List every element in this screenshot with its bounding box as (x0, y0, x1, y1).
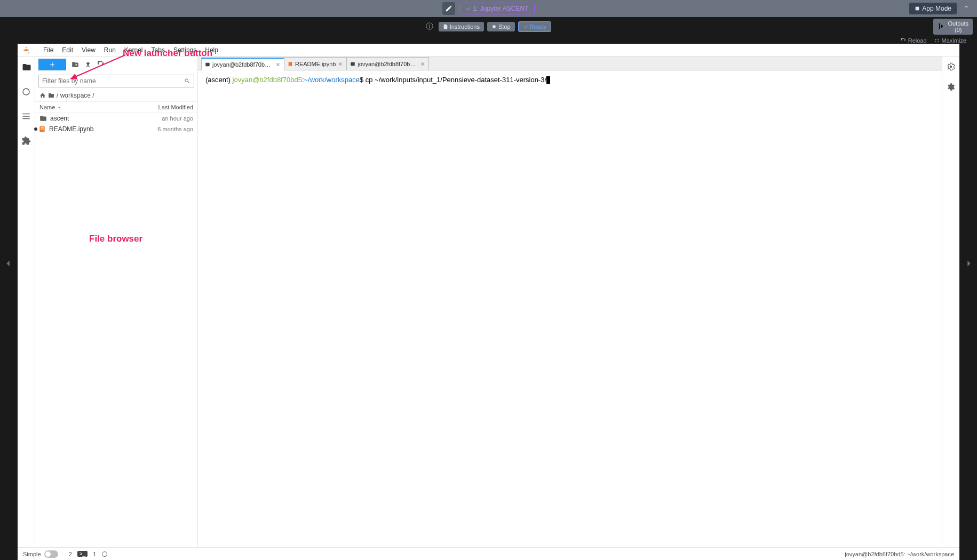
cursor-icon (546, 76, 550, 84)
jupyter-logo-icon[interactable] (21, 45, 31, 55)
menu-edit[interactable]: Edit (58, 46, 77, 54)
menu-file[interactable]: File (39, 46, 58, 54)
svg-point-2 (26, 46, 27, 47)
status-count-2[interactable]: 1 (93, 551, 96, 557)
term-user: jovyan@b2fdb8f70bd5 (233, 76, 302, 84)
control-bar: ⓘ Instructions Stop Ready Outputs (0) (0, 17, 977, 36)
property-inspector-icon[interactable] (946, 62, 956, 71)
menu-settings[interactable]: Settings (169, 46, 201, 54)
filter-input-wrap[interactable] (38, 75, 194, 87)
menu-tabs[interactable]: Tabs (147, 46, 169, 54)
file-modified: an hour ago (140, 115, 193, 122)
nav-prev-arrow-icon[interactable] (2, 256, 14, 273)
terminal[interactable]: (ascent) jovyan@b2fdb8f70bd5:~/work/work… (198, 70, 942, 547)
breadcrumb-path[interactable]: / workspace / (57, 92, 94, 99)
menu-run[interactable]: Run (100, 46, 120, 54)
doc-tab-terminal-1[interactable]: jovyan@b2fdb8f70bd5: ~/wo (201, 58, 284, 70)
doc-tab-notebook[interactable]: README.ipynb (284, 57, 346, 70)
stop-button[interactable]: Stop (487, 22, 515, 31)
filebrowser-toolbar (35, 57, 197, 73)
puzzle-icon (21, 136, 31, 146)
document-tabs: jovyan@b2fdb8f70bd5: ~/wo README.ipynb j… (198, 57, 942, 70)
chevron-up-icon[interactable]: ⌃ (960, 4, 973, 13)
term-command: cp ~/work/inputs/input_1/Pennsieve-datas… (366, 76, 546, 84)
menu-help[interactable]: Help (201, 46, 223, 54)
svg-point-3 (28, 52, 29, 53)
terminal-badge-icon[interactable]: >_ (77, 551, 88, 557)
folder-icon (39, 115, 47, 122)
status-circle-icon[interactable] (101, 551, 108, 557)
check-icon (465, 6, 471, 11)
folder-icon (22, 62, 31, 72)
refresh-icon[interactable] (97, 61, 105, 68)
main-panel: jovyan@b2fdb8f70bd5: ~/wo README.ipynb j… (198, 57, 942, 547)
tab-label: README.ipynb (295, 61, 336, 67)
outputs-label: Outputs (0) (948, 20, 968, 33)
svg-point-4 (23, 89, 29, 95)
activity-filebrowser[interactable] (18, 60, 35, 75)
nav-next-arrow-icon[interactable] (963, 256, 975, 273)
maximize-button[interactable]: Maximize (934, 37, 966, 44)
simple-label: Simple (23, 551, 41, 557)
notebook-icon (288, 61, 293, 67)
new-folder-icon[interactable] (72, 61, 79, 68)
ready-button[interactable]: Ready (518, 21, 552, 32)
app-mode-button[interactable]: App Mode (909, 3, 957, 14)
reload-icon (901, 38, 906, 43)
running-indicator-icon (34, 127, 37, 131)
export-icon (938, 22, 947, 31)
file-list-header: Name Last Modified (35, 101, 197, 113)
close-icon[interactable] (420, 61, 425, 67)
svg-rect-1 (493, 25, 495, 28)
search-icon (184, 78, 190, 84)
status-path[interactable]: jovyan@b2fdb8f70bd5: ~/work/workspace (845, 551, 954, 557)
simple-mode-toggle[interactable]: Simple (23, 550, 58, 558)
edit-button[interactable] (442, 2, 455, 15)
maximize-label: Maximize (942, 37, 966, 44)
file-name: ascent (50, 115, 140, 122)
file-browser: / workspace / Name Last Modified ascent … (35, 57, 198, 547)
top-title-bar: 1: Jupyter ASCENT App Mode ⌃ (0, 0, 977, 17)
file-row-folder[interactable]: ascent an hour ago (35, 113, 197, 124)
file-name: README.ipynb (49, 125, 140, 133)
svg-rect-0 (916, 7, 919, 11)
outputs-button[interactable]: Outputs (0) (933, 19, 973, 35)
circle-icon (21, 87, 31, 97)
menu-view[interactable]: View (77, 46, 100, 54)
status-bar: Simple 2 >_ 1 jovyan@b2fdb8f70bd5: ~/wor… (18, 547, 959, 560)
upload-icon[interactable] (84, 61, 92, 68)
close-icon[interactable] (338, 61, 343, 67)
new-launcher-button[interactable] (38, 59, 66, 70)
activity-toc[interactable] (18, 109, 35, 124)
edit-icon (445, 5, 452, 12)
toggle-switch[interactable] (44, 550, 58, 558)
filter-input[interactable] (42, 77, 184, 85)
menu-kernel[interactable]: Kernel (120, 46, 147, 54)
notebook-icon (38, 125, 46, 133)
home-icon[interactable] (39, 92, 46, 99)
plus-icon (49, 61, 56, 68)
activity-extensions[interactable] (18, 133, 35, 148)
tab-label: jovyan@b2fdb8f70bd5: ~/wo (358, 61, 418, 67)
right-activity-bar (942, 57, 959, 547)
svg-rect-8 (205, 63, 210, 67)
column-name[interactable]: Name (35, 102, 144, 113)
doc-tab-terminal-2[interactable]: jovyan@b2fdb8f70bd5: ~/wo (346, 57, 429, 70)
tab-label: jovyan@b2fdb8f70bd5: ~/wo (212, 61, 273, 68)
doc-icon (443, 24, 448, 29)
status-count-1[interactable]: 2 (69, 551, 72, 557)
instructions-button[interactable]: Instructions (439, 22, 484, 31)
close-icon[interactable] (275, 62, 281, 67)
activity-running[interactable] (18, 84, 35, 99)
file-row-notebook[interactable]: README.ipynb 6 months ago (35, 124, 197, 134)
column-modified[interactable]: Last Modified (144, 102, 197, 113)
jupyter-app: File Edit View Run Kernel Tabs Settings … (18, 44, 959, 560)
info-icon[interactable]: ⓘ (426, 22, 433, 31)
ready-label: Ready (530, 23, 547, 30)
svg-point-13 (102, 551, 107, 556)
folder-icon[interactable] (48, 92, 54, 99)
svg-point-11 (950, 66, 952, 68)
main-app-tab[interactable]: 1: Jupyter ASCENT (459, 3, 534, 14)
reload-button[interactable]: Reload (901, 37, 927, 44)
debugger-icon[interactable] (946, 82, 956, 92)
